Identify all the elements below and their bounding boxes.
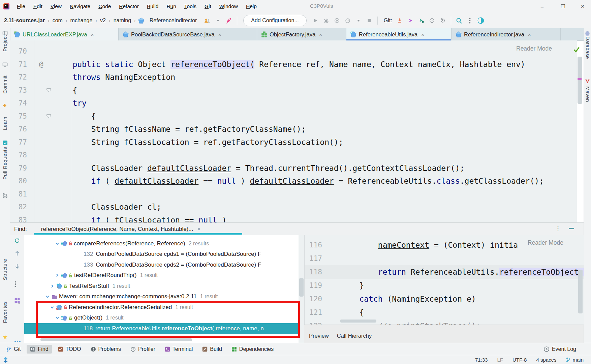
code-line-72[interactable]: 72 throws NamingException (10, 71, 577, 84)
toolwin-build[interactable]: Build (199, 345, 225, 354)
status-lf[interactable]: LF (497, 357, 503, 363)
code-line-79[interactable]: 79 ClassLoader defaultClassLoader = Thre… (10, 162, 577, 175)
preview-hscroll-thumb[interactable] (340, 320, 376, 323)
stripe-favorites[interactable]: Favorites (2, 301, 8, 323)
chevron-right-icon[interactable] (55, 273, 60, 278)
menu-git[interactable]: Git (200, 3, 215, 9)
orange-diamond-icon[interactable] (2, 103, 7, 108)
rerun-icon[interactable] (14, 238, 20, 244)
editor-scrollbar[interactable] (578, 57, 582, 104)
result-group-row[interactable]: TestRefSerStuff1 result (24, 281, 299, 292)
result-group-row[interactable]: compareReferences(Reference, Reference)2… (24, 238, 299, 249)
preview-scrollbar[interactable] (578, 270, 583, 313)
arrow-down-icon[interactable] (14, 263, 20, 269)
monitor-icon[interactable] (2, 62, 8, 67)
toolwin-todo[interactable]: TODO (55, 345, 85, 354)
status-git-branch[interactable]: main (566, 357, 584, 363)
people-icon[interactable] (204, 17, 211, 24)
close-icon[interactable]: × (197, 226, 200, 232)
toolwin-problems[interactable]: Problems (87, 345, 125, 354)
code-line-74[interactable]: 74 try (10, 97, 577, 110)
toolwin-profiler[interactable]: Profiler (127, 345, 159, 354)
toolwin-find[interactable]: Find (27, 345, 52, 354)
git-update-icon[interactable] (396, 17, 403, 24)
coverage-icon[interactable] (334, 17, 340, 24)
menu-navigate[interactable]: Navigate (66, 3, 94, 9)
find-query-tab[interactable]: referenceToObject(Reference, Name, Conte… (41, 226, 193, 233)
code-line-71[interactable]: 71@ public static Object referenceToObje… (10, 58, 577, 71)
tab-ReferenceIndirector.java[interactable]: ReferenceIndirector.java× (452, 28, 561, 40)
rollback-icon[interactable] (439, 17, 446, 24)
result-row[interactable]: 132ComboPooledDataSource cpds1 = (ComboP… (24, 249, 299, 260)
breadcrumb-item[interactable]: com (53, 18, 63, 24)
status-71-33[interactable]: 71:33 (475, 357, 488, 363)
chevron-down-icon[interactable] (45, 294, 50, 299)
kebab-icon[interactable] (467, 17, 473, 24)
code-line-121[interactable]: 121 { (305, 306, 584, 319)
rocket-icon[interactable] (225, 17, 232, 24)
close-icon[interactable]: × (91, 32, 94, 37)
menu-refactor[interactable]: Refactor (115, 3, 143, 9)
stripe-database[interactable]: Database (585, 36, 591, 59)
search-icon[interactable] (456, 17, 463, 24)
status-utf-8[interactable]: UTF-8 (512, 357, 527, 363)
minimize-icon[interactable]: – (534, 0, 550, 13)
history-icon[interactable] (429, 17, 435, 24)
code-line-82[interactable]: 82 ClassLoader cl; (10, 201, 577, 214)
git-commit-icon[interactable] (418, 17, 425, 24)
code-line-118[interactable]: 118 return ReferenceableUtils.referenceT… (305, 265, 584, 279)
tree-horizontal-scrollbar[interactable] (40, 338, 192, 341)
arrow-up-icon[interactable] (14, 250, 20, 256)
tab-URLClassLoaderEXP.java[interactable]: URLClassLoaderEXP.java× (10, 28, 119, 40)
result-group-row[interactable]: Maven: com.mchange:mchange-commons-java:… (24, 292, 299, 302)
menu-window[interactable]: Window (215, 3, 242, 9)
status-4-spaces[interactable]: 4 spaces (536, 357, 556, 363)
caret-down-icon[interactable] (215, 17, 221, 24)
breadcrumb-item[interactable]: 2.11-sources.jar (4, 18, 45, 24)
menu-build[interactable]: Build (143, 3, 162, 9)
menu-run[interactable]: Run (162, 3, 180, 9)
learn-icon[interactable] (2, 140, 8, 146)
profiler-icon[interactable] (344, 17, 351, 24)
maven-v-icon[interactable] (585, 78, 590, 83)
run-icon[interactable] (312, 17, 319, 24)
fold-icon[interactable] (46, 88, 51, 92)
code-line-78[interactable]: 78 (10, 149, 577, 162)
toolwin-terminal[interactable]: Terminal (161, 345, 196, 354)
code-line-120[interactable]: 120 catch (NamingException e) (305, 292, 584, 306)
tab-call-hierarchy[interactable]: Call Hierarchy (337, 333, 372, 339)
breadcrumb-item[interactable]: v2 (100, 18, 106, 24)
caret-down-icon[interactable] (355, 17, 362, 24)
breadcrumb-item[interactable]: naming (114, 18, 131, 24)
chevron-down-icon[interactable] (55, 241, 60, 246)
result-row[interactable]: 133ComboPooledDataSource cpds2 = (ComboP… (24, 260, 299, 270)
stripe-commit[interactable]: Commit (2, 75, 8, 93)
add-configuration-button[interactable]: Add Configuration... (243, 15, 306, 26)
code-line-119[interactable]: 119 } (305, 279, 584, 292)
toolwin-dependencies[interactable]: Dependencies (228, 345, 277, 354)
restore-icon[interactable]: ❐ (555, 0, 571, 13)
tab-preview[interactable]: Preview (309, 333, 329, 339)
code-line-77[interactable]: 77 String fClassLocation = ref.getFactor… (10, 136, 577, 149)
chevron-right-icon[interactable] (50, 284, 55, 289)
menu-tools[interactable]: Tools (180, 3, 200, 9)
stripe-project[interactable]: Project (2, 35, 8, 52)
breadcrumb-item[interactable]: mchange (70, 18, 93, 24)
code-line-75[interactable]: 75 { (10, 110, 577, 123)
group-by-module-icon[interactable] (14, 298, 20, 304)
tab-ReferenceableUtils.java[interactable]: ReferenceableUtils.java× (346, 28, 452, 40)
code-line-76[interactable]: 76 String fClassName = ref.getFactoryCla… (10, 123, 577, 136)
menu-help[interactable]: Help (242, 3, 261, 9)
code-line-81[interactable]: 81 (10, 188, 577, 201)
code-line-73[interactable]: 73 { (10, 84, 577, 97)
stripe-learn[interactable]: Learn (2, 117, 8, 130)
toolwin-git[interactable]: Git (3, 345, 24, 354)
menu-edit[interactable]: Edit (29, 3, 46, 9)
star-icon[interactable] (2, 334, 8, 340)
fold-icon[interactable] (46, 114, 51, 118)
code-line-70[interactable]: 70 (10, 45, 577, 58)
code-editor[interactable]: 7071@ public static Object referenceToOb… (10, 40, 577, 222)
code-line-80[interactable]: 80 if ( defaultClassLoader == null ) def… (10, 175, 577, 188)
toolwin-event-log[interactable]: Event Log (540, 345, 580, 354)
tree-vertical-scrollbar[interactable] (299, 278, 304, 297)
